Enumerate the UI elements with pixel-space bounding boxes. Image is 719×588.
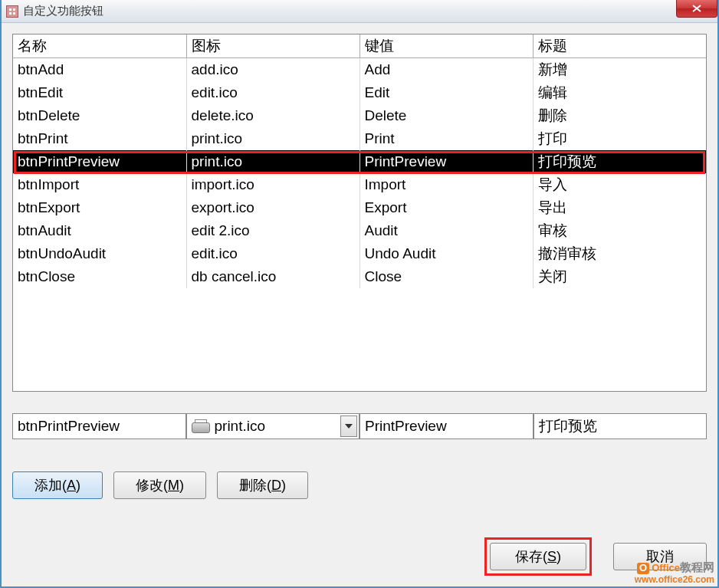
edit-button-label: 修改(M): [136, 476, 184, 494]
table-row[interactable]: btnAddadd.icoAdd新增: [13, 58, 706, 82]
cell-caption: 撤消审核: [533, 242, 706, 265]
watermark-suffix: 教程网: [680, 560, 714, 573]
col-header-icon[interactable]: 图标: [186, 34, 360, 58]
cell-caption: 关闭: [533, 265, 706, 288]
cell-icon: delete.ico: [186, 104, 360, 127]
close-icon: [692, 5, 701, 12]
cell-icon: import.ico: [186, 173, 360, 196]
icon-combobox[interactable]: print.ico: [186, 413, 360, 439]
watermark-url: www.office26.com: [635, 574, 714, 585]
col-header-key[interactable]: 键值: [360, 34, 533, 58]
app-icon: [6, 5, 18, 18]
table-row[interactable]: btnClosedb cancel.icoClose关闭: [13, 265, 706, 288]
cell-name: btnEdit: [13, 81, 186, 104]
cell-caption: 打印预览: [533, 150, 706, 173]
add-button-label: 添加(A): [34, 476, 80, 494]
name-input[interactable]: btnPrintPreview: [12, 413, 186, 439]
add-button[interactable]: 添加(A): [12, 471, 103, 499]
cell-name: btnPrintPreview: [13, 150, 186, 173]
cell-key: Export: [360, 196, 533, 219]
col-header-caption[interactable]: 标题: [533, 34, 706, 58]
col-header-name[interactable]: 名称: [13, 34, 186, 58]
cell-key: Add: [360, 58, 533, 82]
cell-caption: 导出: [533, 196, 706, 219]
table-row[interactable]: btnAuditedit 2.icoAudit审核: [13, 219, 706, 242]
cell-caption: 编辑: [533, 81, 706, 104]
table-row[interactable]: btnPrintPreviewprint.icoPrintPreview打印预览: [13, 150, 706, 173]
cell-icon: export.ico: [186, 196, 360, 219]
cell-icon: db cancel.ico: [186, 265, 360, 288]
titlebar: 自定义功能按钮: [2, 0, 717, 23]
save-highlight: 保存(S): [484, 537, 592, 576]
cell-key: Audit: [360, 219, 533, 242]
table-row[interactable]: btnEditedit.icoEdit编辑: [13, 81, 706, 104]
cell-key: Import: [360, 173, 533, 196]
cell-caption: 导入: [533, 173, 706, 196]
cell-key: Delete: [360, 104, 533, 127]
cell-name: btnAudit: [13, 219, 186, 242]
dropdown-button[interactable]: [340, 416, 357, 437]
name-input-text: btnPrintPreview: [18, 418, 120, 435]
table-row[interactable]: btnExportexport.icoExport导出: [13, 196, 706, 219]
editor-row: btnPrintPreview print.ico PrintPreview 打…: [12, 413, 707, 439]
cell-caption: 审核: [533, 219, 706, 242]
save-button-label: 保存(S): [515, 547, 561, 566]
key-input-text: PrintPreview: [365, 418, 447, 435]
caption-input-text: 打印预览: [539, 416, 597, 436]
cell-name: btnUndoAudit: [13, 242, 186, 265]
table-row[interactable]: btnUndoAuditedit.icoUndo Audit撤消审核: [13, 242, 706, 265]
cell-name: btnImport: [13, 173, 186, 196]
edit-button[interactable]: 修改(M): [113, 471, 206, 499]
delete-button[interactable]: 删除(D): [217, 471, 308, 499]
cell-icon: print.ico: [186, 150, 360, 173]
icon-combo-text: print.ico: [215, 418, 266, 435]
cell-icon: edit 2.ico: [186, 219, 360, 242]
dialog-button-row: 保存(S) 取消: [12, 537, 707, 576]
table-row[interactable]: btnDeletedelete.icoDelete删除: [13, 104, 706, 127]
cell-name: btnPrint: [13, 127, 186, 150]
close-button[interactable]: [676, 0, 717, 18]
table-row[interactable]: btnImportimport.icoImport导入: [13, 173, 706, 196]
cell-key: Edit: [360, 81, 533, 104]
watermark: OOffice教程网 www.office26.com: [635, 561, 714, 585]
cell-name: btnClose: [13, 265, 186, 288]
delete-button-label: 删除(D): [239, 476, 286, 494]
table-row[interactable]: btnPrintprint.icoPrint打印: [13, 127, 706, 150]
cell-name: btnAdd: [13, 58, 186, 82]
data-table[interactable]: 名称 图标 键值 标题 btnAddadd.icoAdd新增btnEditedi…: [13, 34, 706, 288]
data-table-wrap: 名称 图标 键值 标题 btnAddadd.icoAdd新增btnEditedi…: [12, 34, 707, 392]
cell-key: Print: [360, 127, 533, 150]
cell-caption: 新增: [533, 58, 706, 82]
printer-icon: [192, 419, 208, 433]
cell-key: PrintPreview: [360, 150, 533, 173]
window-title: 自定义功能按钮: [23, 4, 103, 18]
cell-icon: print.ico: [186, 127, 360, 150]
cell-icon: edit.ico: [186, 242, 360, 265]
dialog-window: 自定义功能按钮 名称 图标 键值 标题 btn: [0, 0, 719, 588]
cell-caption: 删除: [533, 104, 706, 127]
save-button[interactable]: 保存(S): [490, 543, 586, 570]
caption-input[interactable]: 打印预览: [534, 413, 708, 439]
cell-caption: 打印: [533, 127, 706, 150]
watermark-brand: Office: [652, 562, 680, 573]
key-input[interactable]: PrintPreview: [360, 413, 534, 439]
cell-name: btnExport: [13, 196, 186, 219]
content-area: 名称 图标 键值 标题 btnAddadd.icoAdd新增btnEditedi…: [2, 23, 717, 586]
action-button-row: 添加(A) 修改(M) 删除(D): [12, 471, 707, 499]
cell-key: Undo Audit: [360, 242, 533, 265]
cell-icon: edit.ico: [186, 81, 360, 104]
cell-key: Close: [360, 265, 533, 288]
cell-icon: add.ico: [186, 58, 360, 82]
cell-name: btnDelete: [13, 104, 186, 127]
